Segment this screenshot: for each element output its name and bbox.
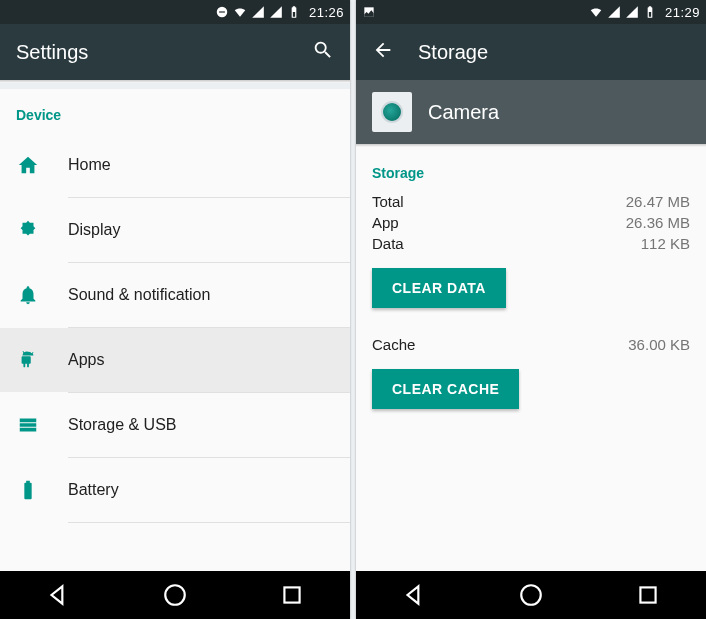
row-label: Total — [372, 193, 404, 210]
app-name: Camera — [428, 101, 499, 124]
dnd-icon — [215, 5, 229, 19]
settings-list[interactable]: Device Home Display Sound & notification — [0, 89, 350, 571]
settings-item-label: Battery — [68, 481, 119, 499]
nav-bar — [356, 571, 706, 619]
settings-item-label: Home — [68, 156, 111, 174]
nav-back[interactable] — [401, 582, 427, 608]
clear-data-button[interactable]: CLEAR DATA — [372, 268, 506, 308]
app-bar: Settings — [0, 24, 350, 80]
svg-rect-3 — [284, 587, 299, 602]
nav-recent[interactable] — [279, 582, 305, 608]
nav-home[interactable] — [162, 582, 188, 608]
status-bar: 21:26 — [0, 0, 350, 24]
settings-item-label: Sound & notification — [68, 286, 210, 304]
phone-storage: 21:29 Storage Camera Storage Total 26.47… — [356, 0, 706, 619]
signal-icon — [607, 5, 621, 19]
settings-item-sound[interactable]: Sound & notification — [0, 263, 350, 327]
settings-item-display[interactable]: Display — [0, 198, 350, 262]
image-notification-icon — [362, 5, 376, 19]
settings-item-battery[interactable]: Battery — [0, 458, 350, 522]
battery-icon — [287, 5, 301, 19]
nav-back[interactable] — [45, 582, 71, 608]
settings-item-label: Storage & USB — [68, 416, 177, 434]
row-label: Data — [372, 235, 404, 252]
svg-point-2 — [165, 585, 185, 605]
storage-icon — [16, 414, 40, 436]
app-info-header: Camera — [356, 80, 706, 144]
app-bar: Storage — [356, 24, 706, 80]
svg-rect-1 — [219, 11, 225, 12]
settings-item-label: Display — [68, 221, 120, 239]
appbar-title: Storage — [418, 41, 488, 64]
settings-item-label: Apps — [68, 351, 104, 369]
wifi-icon — [233, 5, 247, 19]
home-icon — [16, 154, 40, 176]
row-cache: Cache 36.00 KB — [372, 334, 690, 355]
android-icon — [16, 349, 40, 371]
clear-cache-button[interactable]: CLEAR CACHE — [372, 369, 519, 409]
brightness-icon — [16, 219, 40, 241]
back-icon[interactable] — [372, 39, 394, 65]
row-value: 36.00 KB — [628, 336, 690, 353]
row-app: App 26.36 MB — [372, 212, 690, 233]
section-header-device: Device — [0, 89, 350, 133]
status-clock: 21:26 — [309, 5, 344, 20]
settings-item-home[interactable]: Home — [0, 133, 350, 197]
status-bar: 21:29 — [356, 0, 706, 24]
phone-settings: 21:26 Settings Device Home Display — [0, 0, 350, 619]
signal-icon-2 — [625, 5, 639, 19]
appbar-title: Settings — [16, 41, 88, 64]
search-icon[interactable] — [312, 39, 334, 65]
signal-icon — [251, 5, 265, 19]
row-total: Total 26.47 MB — [372, 191, 690, 212]
svg-rect-5 — [640, 587, 655, 602]
battery-icon — [16, 479, 40, 501]
nav-home[interactable] — [518, 582, 544, 608]
row-data: Data 112 KB — [372, 233, 690, 254]
storage-details: Storage Total 26.47 MB App 26.36 MB Data… — [356, 147, 706, 571]
status-clock: 21:29 — [665, 5, 700, 20]
signal-icon-2 — [269, 5, 283, 19]
nav-recent[interactable] — [635, 582, 661, 608]
camera-app-icon — [372, 92, 412, 132]
settings-item-apps[interactable]: Apps — [0, 328, 350, 392]
nav-bar — [0, 571, 350, 619]
svg-point-4 — [521, 585, 541, 605]
section-header-storage: Storage — [372, 147, 690, 191]
row-value: 26.47 MB — [626, 193, 690, 210]
battery-icon — [643, 5, 657, 19]
wifi-icon — [589, 5, 603, 19]
row-value: 26.36 MB — [626, 214, 690, 231]
bell-icon — [16, 284, 40, 306]
row-label: App — [372, 214, 399, 231]
row-value: 112 KB — [641, 235, 690, 252]
row-label: Cache — [372, 336, 415, 353]
settings-item-storage[interactable]: Storage & USB — [0, 393, 350, 457]
